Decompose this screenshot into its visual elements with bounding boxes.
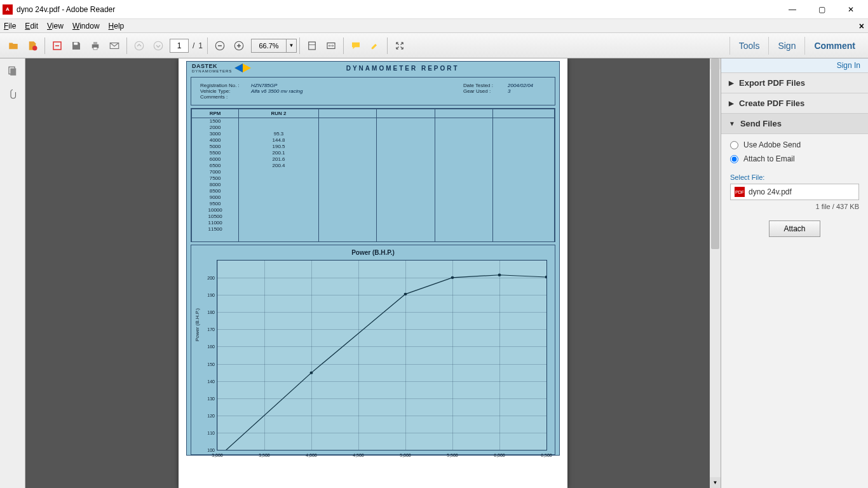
y-tick: 150 [202,362,215,366]
open-icon[interactable] [4,37,22,55]
gear-label: Gear Used : [463,88,508,94]
table-row: 300095.3 [192,131,555,137]
y-tick: 130 [202,396,215,400]
table-row: 10500 [192,214,555,220]
read-mode-icon[interactable] [391,37,409,55]
table-row: 4000144.8 [192,137,555,144]
window-title: dyno 24v.pdf - Adobe Reader [17,5,115,14]
col-rpm: RPM [192,109,239,118]
svg-point-7 [135,41,144,50]
reg-label: Registration No. : [200,83,251,88]
logo-text: DASTEK [192,63,232,69]
chevron-right-icon: ▶ [729,100,734,107]
pdf-page: DASTEK DYNAMOMETERS DYNAMOMETER REPORT R… [179,58,567,488]
svg-rect-4 [93,42,97,44]
date-value: 2004/02/04 [508,83,546,88]
y-tick: 180 [202,310,215,315]
save-icon[interactable] [67,37,85,55]
svg-rect-11 [309,42,316,50]
scroll-down-icon[interactable]: ▼ [710,477,721,488]
sign-panel-button[interactable]: Sign [768,37,804,55]
highlight-icon[interactable] [366,37,384,55]
attachments-icon[interactable] [5,86,20,102]
tools-panel-button[interactable]: Tools [729,37,769,55]
zoom-in-icon[interactable] [230,37,248,55]
table-row: 6000201.6 [192,156,555,163]
table-row: 9500 [192,201,555,207]
menu-edit[interactable]: Edit [25,22,38,30]
chart-plot-area: Power (B.H.P.) 1001101201301401501601701… [217,260,547,451]
close-button[interactable]: ✕ [836,0,865,19]
y-tick: 120 [202,413,215,417]
y-tick: 170 [202,327,215,332]
page-number-input[interactable] [170,39,189,53]
zoom-dropdown-icon[interactable]: ▼ [287,39,297,53]
sign-in-link[interactable]: Sign In [721,58,868,73]
zoom-level-input[interactable]: 66.7% [251,39,287,53]
page-down-icon[interactable] [149,37,167,55]
comment-icon[interactable] [347,37,365,55]
menu-bar: File Edit View Window Help × [0,19,868,33]
tools-pane: Sign In ▶Export PDF Files ▶Create PDF Fi… [721,58,868,488]
vertical-scrollbar[interactable]: ▲ ▼ [710,58,721,488]
create-pdf-icon[interactable] [24,37,41,55]
fit-page-icon[interactable] [303,37,321,55]
selected-file-box[interactable]: PDF dyno 24v.pdf [730,184,859,200]
menu-help[interactable]: Help [109,22,125,30]
scrollbar-thumb[interactable] [711,58,719,249]
document-viewer[interactable]: DASTEK DYNAMOMETERS DYNAMOMETER REPORT R… [25,58,721,488]
chart-box: Power (B.H.P.) Power (B.H.P.) 1001101201… [191,245,555,455]
comment-panel-button[interactable]: Comment [804,37,864,55]
svg-rect-5 [93,47,97,50]
print-icon[interactable] [86,37,104,55]
chart-ylabel: Power (B.H.P.) [194,308,200,341]
thumbnails-icon[interactable] [5,64,20,79]
data-table: RPM RUN 2 15002000300095.34000144.850001… [191,108,555,242]
create-label: Create PDF Files [739,98,804,108]
attach-button[interactable]: Attach [769,220,820,237]
vehicle-value: Alfa v6 3500 mv racing [251,88,365,94]
table-row: 7500 [192,175,555,182]
table-row: 1500 [192,118,555,125]
select-file-label: Select File: [730,173,859,181]
send-label: Send Files [740,119,782,128]
reg-value: HZN785GP [251,83,365,88]
x-tick: 4,000 [306,453,317,458]
send-files-section[interactable]: ▼Send Files [721,114,868,134]
report-title: DYNAMOMETER REPORT [251,65,554,72]
logo-subtext: DYNAMOMETERS [192,69,232,73]
menu-window[interactable]: Window [72,22,100,30]
menu-view[interactable]: View [47,22,64,30]
create-pdf-section[interactable]: ▶Create PDF Files [721,93,868,114]
attach-email-radio[interactable]: Attach to Email [730,154,859,163]
svg-marker-16 [234,64,243,72]
y-tick: 190 [202,293,215,297]
vehicle-label: Vehicle Type: [200,88,251,94]
chevron-down-icon: ▼ [729,120,735,127]
export-pdf-section[interactable]: ▶Export PDF Files [721,73,868,93]
mdi-close-icon[interactable]: × [859,21,864,31]
maximize-button[interactable]: ▢ [807,0,836,19]
menu-file[interactable]: File [4,22,16,30]
window-titlebar: A dyno 24v.pdf - Adobe Reader — ▢ ✕ [0,0,868,19]
toolbar: / 1 66.7% ▼ Tools Sign Comment [0,33,868,58]
zoom-out-icon[interactable] [211,37,229,55]
page-up-icon[interactable] [130,37,148,55]
table-row: 11500 [192,226,555,241]
info-box: Registration No. :HZN785GP Vehicle Type:… [191,77,555,105]
export-label: Export PDF Files [739,78,805,88]
x-tick: 5,500 [447,453,458,458]
y-tick: 200 [202,276,215,280]
table-row: 2000 [192,125,555,131]
adobe-send-label: Use Adobe Send [743,140,801,149]
email-icon[interactable] [105,37,123,55]
y-tick: 160 [202,344,215,349]
page-separator: / [193,41,194,50]
fit-width-icon[interactable] [322,37,340,55]
comments-label: Comments : [200,94,251,100]
x-tick: 3,500 [259,453,270,458]
convert-icon[interactable] [48,37,66,55]
y-tick: 110 [202,430,215,435]
minimize-button[interactable]: — [778,0,807,19]
use-adobe-send-radio[interactable]: Use Adobe Send [730,140,859,149]
